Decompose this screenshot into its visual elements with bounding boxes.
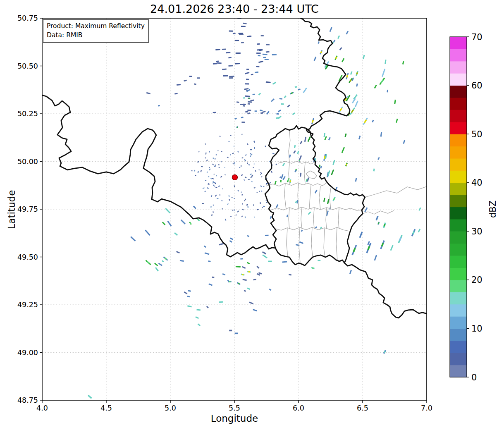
- radar-echo: [254, 217, 255, 217]
- radar-echo: [272, 153, 274, 154]
- colorbar-segment: [450, 98, 467, 110]
- radar-echo: [222, 49, 226, 50]
- radar-echo: [266, 82, 271, 82]
- radar-echo: [257, 44, 260, 44]
- x-tick-label: 5.0: [165, 404, 176, 412]
- radar-echo: [218, 150, 218, 151]
- radar-echo: [229, 141, 229, 142]
- radar-echo: [245, 199, 246, 200]
- colorbar-tick-label: 70: [471, 32, 483, 42]
- y-tick-label: 49.75: [17, 205, 38, 213]
- colorbar-tick-label: 40: [471, 178, 483, 188]
- radar-echo: [291, 93, 293, 93]
- radar-echo: [233, 33, 236, 34]
- radar-echo: [239, 167, 240, 168]
- radar-echo: [357, 84, 358, 86]
- radar-echo: [229, 76, 234, 76]
- colorbar-segment: [450, 280, 467, 292]
- radar-echo: [213, 185, 214, 186]
- radar-echo: [248, 179, 250, 180]
- radar-echo: [382, 243, 383, 246]
- radar-echo: [234, 210, 235, 211]
- radar-echo: [225, 174, 226, 175]
- colorbar-segment: [450, 183, 467, 195]
- radar-echo: [289, 155, 290, 158]
- radar-echo: [347, 75, 348, 78]
- radar-echo: [191, 171, 193, 171]
- colorbar-segment: [450, 86, 467, 98]
- radar-echo: [271, 171, 272, 173]
- colorbar-segment: [450, 328, 467, 341]
- radar-echo: [213, 212, 214, 212]
- radar-echo: [259, 170, 260, 170]
- colorbar-segment: [450, 304, 467, 317]
- radar-echo: [217, 63, 222, 63]
- radar-echo: [201, 170, 201, 172]
- radar-echo: [357, 72, 358, 74]
- radar-echo: [216, 155, 217, 155]
- radar-echo: [233, 164, 234, 164]
- radar-echo: [384, 351, 385, 352]
- radar-echo: [248, 102, 252, 102]
- radar-echo: [205, 180, 206, 181]
- radar-echo: [262, 177, 262, 177]
- radar-echo: [319, 165, 320, 167]
- radar-echo: [260, 110, 263, 111]
- radar-echo: [345, 134, 346, 137]
- radar-echo: [262, 207, 263, 208]
- radar-echo: [378, 222, 379, 224]
- colorbar-segment: [450, 292, 467, 304]
- radar-echo: [294, 145, 295, 148]
- radar-echo: [244, 88, 248, 89]
- radar-echo: [301, 230, 302, 232]
- radar-echo: [213, 205, 214, 205]
- colorbar-segment: [450, 170, 467, 183]
- radar-echo: [235, 118, 237, 119]
- radar-echo: [194, 84, 196, 84]
- radar-echo: [297, 200, 298, 203]
- radar-echo: [241, 192, 242, 192]
- radar-echo: [207, 172, 208, 173]
- radar-echo: [277, 114, 279, 114]
- radar-echo: [236, 215, 237, 215]
- radar-echo: [199, 151, 199, 152]
- colorbar-segment: [450, 231, 467, 244]
- radar-echo: [321, 166, 322, 168]
- radar-echo: [288, 179, 289, 181]
- radar-echo: [220, 136, 220, 137]
- radar-echo: [234, 146, 234, 147]
- radar-echo: [263, 206, 265, 207]
- radar-echo: [222, 274, 225, 275]
- radar-echo: [312, 268, 313, 268]
- radar-echo: [229, 57, 232, 58]
- radar-echo: [247, 163, 248, 164]
- radar-echo: [215, 187, 217, 188]
- radar-site-marker: [232, 174, 237, 180]
- radar-echo: [248, 110, 251, 111]
- radar-echo: [374, 169, 374, 172]
- radar-echo: [213, 158, 214, 159]
- radar-echo: [279, 99, 282, 99]
- radar-echo: [209, 183, 209, 185]
- data-line: Data: RMIB: [47, 31, 145, 40]
- radar-echo: [232, 197, 232, 198]
- radar-echo: [289, 275, 291, 275]
- radar-echo: [381, 132, 382, 137]
- radar-echo: [281, 180, 281, 182]
- radar-echo: [270, 216, 271, 219]
- radar-echo: [413, 232, 414, 234]
- radar-echo: [263, 54, 268, 55]
- radar-echo: [261, 191, 262, 192]
- radar-echo: [255, 72, 258, 72]
- radar-echo: [445, 237, 446, 241]
- radar-echo: [219, 302, 223, 302]
- radar-echo: [296, 201, 296, 203]
- colorbar-tick-label: 60: [471, 81, 483, 91]
- radar-echo: [356, 178, 356, 182]
- colorbar-segment: [450, 110, 467, 122]
- radar-echo: [243, 280, 247, 280]
- radar-echo: [239, 33, 244, 34]
- radar-echo: [313, 120, 313, 123]
- radar-echo: [222, 200, 222, 201]
- radar-echo: [241, 175, 243, 175]
